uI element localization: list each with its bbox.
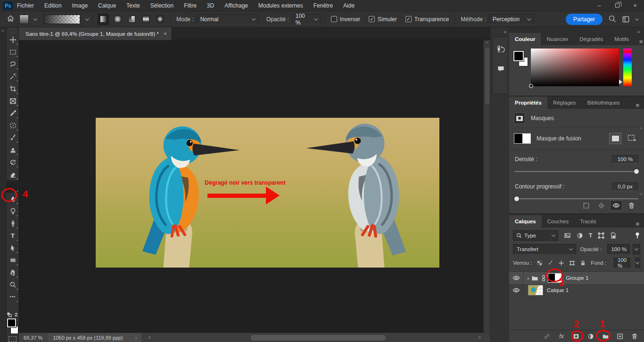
blend-mode-select[interactable]: Normal [197, 14, 259, 24]
delete-mask-button[interactable] [625, 200, 637, 211]
tool-crop[interactable] [7, 82, 19, 95]
tool-path-selection[interactable] [7, 242, 19, 254]
default-colors-icon[interactable] [7, 312, 12, 318]
gradient-diamond-button[interactable] [154, 14, 165, 25]
delete-layer-button[interactable] [630, 332, 639, 341]
apply-mask-button[interactable] [595, 200, 607, 211]
gradient-radial-button[interactable] [112, 14, 123, 25]
tool-type[interactable]: T [7, 229, 19, 242]
menu-edition[interactable]: Edition [44, 2, 62, 9]
opacity-select[interactable]: 100 % [292, 14, 321, 24]
menu-aide[interactable]: Aide [343, 2, 355, 9]
scroll-up-icon[interactable]: ^ [484, 41, 490, 46]
saturation-brightness-field[interactable] [531, 49, 619, 86]
restore-button[interactable] [608, 0, 626, 11]
foreground-color-swatch[interactable] [7, 318, 16, 327]
minimize-button[interactable]: – [590, 0, 608, 11]
inverser-checkbox[interactable]: Inverser [331, 16, 360, 23]
collapse-dock-icon[interactable]: « [504, 29, 506, 34]
menu-fenetre[interactable]: Fenêtre [314, 2, 333, 9]
comments-panel-button[interactable] [493, 61, 509, 77]
link-layers-button[interactable] [542, 332, 552, 341]
tool-eraser[interactable] [7, 168, 19, 180]
tool-magic-wand[interactable] [7, 70, 19, 82]
tool-clone-stamp[interactable] [7, 144, 19, 156]
filter-adjustment-layers-icon[interactable] [577, 232, 583, 239]
tab-bibliotheques[interactable]: Bibliothèques [581, 97, 625, 109]
search-button[interactable] [608, 15, 616, 24]
filter-shape-layers-icon[interactable] [598, 232, 604, 239]
close-button[interactable]: × [626, 0, 644, 11]
tool-pen[interactable] [7, 217, 19, 229]
filter-type-layers-icon[interactable]: T [589, 232, 592, 239]
horizontal-scrollbar-thumb[interactable] [251, 335, 386, 341]
status-flyout-icon[interactable]: › [135, 335, 137, 341]
layer-name[interactable]: Groupe 1 [566, 275, 588, 281]
tab-close-icon[interactable]: × [164, 30, 167, 37]
vertical-scrollbar-thumb[interactable] [485, 48, 489, 104]
document-tab[interactable]: Sans titre-1 @ 69,4% (Groupe 1, Masque d… [19, 27, 172, 40]
tool-dodge[interactable] [7, 205, 19, 217]
menu-selection[interactable]: Sélection [150, 2, 173, 9]
filter-toggle-pin-icon[interactable] [635, 232, 640, 239]
lock-all-icon[interactable] [580, 260, 586, 266]
density-slider-thumb[interactable] [634, 169, 639, 174]
tab-traces[interactable]: Tracés [574, 215, 602, 228]
tool-more-ellipsis[interactable]: ••• [7, 291, 19, 303]
color-field-marker[interactable] [529, 84, 533, 88]
lock-position-icon[interactable] [558, 260, 564, 266]
feather-slider-thumb[interactable] [514, 196, 520, 202]
tool-preset-picker[interactable] [19, 15, 37, 24]
canvas-viewport[interactable]: Dégragé noir vers transparent ^ [19, 40, 490, 333]
menu-affichage[interactable]: Affichage [224, 2, 248, 9]
layer-opacity-field[interactable]: 100 % [607, 244, 629, 254]
menu-3d[interactable]: 3D [207, 2, 214, 9]
tool-history-brush[interactable] [7, 156, 19, 168]
filter-pixel-layers-icon[interactable] [564, 232, 571, 239]
layer-opacity-dropdown[interactable] [633, 244, 640, 254]
fill-opacity-field[interactable]: 100 % [614, 258, 630, 268]
horizontal-scrollbar[interactable] [155, 335, 475, 341]
tab-couleur[interactable]: Couleur [509, 33, 541, 45]
new-layer-button[interactable] [615, 332, 625, 341]
tool-brush[interactable] [7, 131, 19, 144]
gradient-reflected-button[interactable] [140, 14, 151, 25]
layer-visibility-toggle[interactable] [509, 272, 523, 284]
tool-move[interactable] [7, 33, 19, 46]
layer-row-groupe1[interactable]: › Groupe 1 [509, 272, 644, 284]
density-slider[interactable] [515, 169, 638, 174]
fill-opacity-dropdown[interactable] [635, 258, 640, 268]
menu-fichier[interactable]: Fichier [17, 2, 34, 9]
menu-texte[interactable]: Texte [126, 2, 140, 9]
panel-menu-icon[interactable]: ≡ [631, 220, 644, 228]
layer-thumbnail[interactable] [528, 285, 543, 295]
tool-frame[interactable] [7, 95, 19, 107]
history-panel-button[interactable] [493, 41, 509, 57]
hue-marker-icon[interactable] [619, 80, 622, 84]
feather-value-field[interactable]: 0,0 px [612, 182, 638, 191]
lock-artboard-icon[interactable] [569, 260, 575, 266]
filter-type-select[interactable]: Type [513, 230, 558, 241]
scroll-right-icon[interactable]: > [478, 335, 481, 340]
gradient-linear-button[interactable] [98, 14, 109, 25]
method-select[interactable]: Perception [489, 14, 534, 24]
quick-mask-icon[interactable] [8, 336, 17, 342]
share-button[interactable]: Partager [566, 14, 603, 25]
gradient-angle-button[interactable] [126, 14, 137, 25]
tool-rectangle-shape[interactable] [7, 254, 19, 266]
tool-healing-brush[interactable] [7, 119, 19, 131]
tool-lasso[interactable] [7, 58, 19, 70]
density-value-field[interactable]: 100 % [612, 155, 638, 163]
add-vector-mask-button[interactable] [627, 133, 637, 144]
panel-scroll-down-icon[interactable]: ^ [640, 191, 642, 195]
toolbar-grip[interactable] [9, 29, 16, 33]
gradient-editor[interactable] [43, 15, 89, 24]
hue-slider[interactable] [623, 49, 632, 86]
workspace-switcher[interactable] [622, 16, 638, 23]
tab-degrades[interactable]: Dégradés [574, 33, 609, 45]
panel-scroll-up-icon[interactable]: ^ [640, 127, 642, 131]
foreground-color-swatch[interactable] [513, 51, 524, 61]
simuler-checkbox[interactable]: ✓ Simuler [369, 16, 397, 23]
vertical-scrollbar[interactable]: ^ [483, 40, 490, 333]
tool-rectangular-marquee[interactable] [7, 46, 19, 58]
